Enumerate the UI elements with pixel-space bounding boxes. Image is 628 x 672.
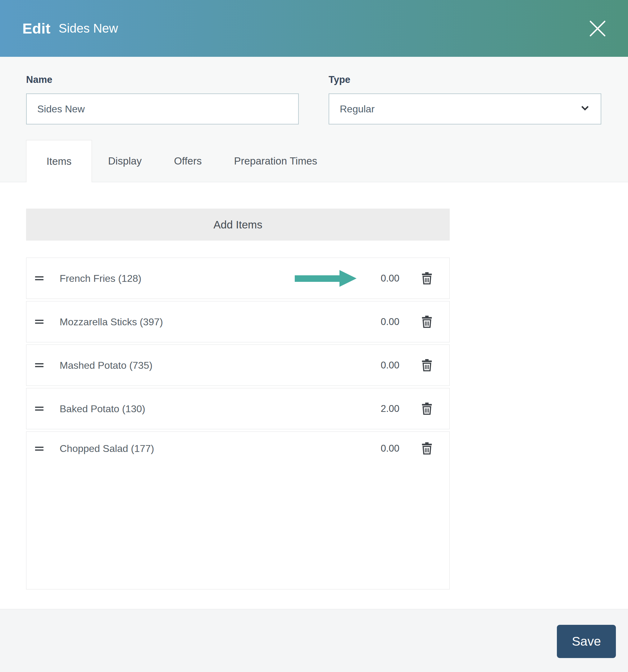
name-field-group: Name xyxy=(26,74,299,124)
tab-display[interactable]: Display xyxy=(92,140,158,182)
name-label: Name xyxy=(26,74,299,86)
item-price: 0.00 xyxy=(365,442,399,455)
drag-handle-icon[interactable] xyxy=(35,407,44,411)
close-button[interactable] xyxy=(588,19,607,39)
type-label: Type xyxy=(329,74,601,86)
trash-icon[interactable] xyxy=(422,442,432,455)
trash-icon[interactable] xyxy=(422,272,432,285)
edit-category-modal: Edit Sides New Name Type Regular xyxy=(0,0,628,672)
item-row: Baked Potato (130) 2.00 xyxy=(26,388,450,429)
form-section: Name Type Regular Items Display Offers P… xyxy=(0,57,628,182)
tab-label: Offers xyxy=(174,155,202,167)
modal-header: Edit Sides New xyxy=(0,0,628,57)
tab-items[interactable]: Items xyxy=(26,140,92,182)
item-row: Chopped Salad (177) 0.00 xyxy=(26,431,450,590)
item-label: French Fries (128) xyxy=(60,272,365,285)
modal-title-name: Sides New xyxy=(59,21,118,35)
save-button[interactable]: Save xyxy=(557,625,616,658)
modal-footer: Save xyxy=(0,609,628,672)
item-row: French Fries (128) 0.00 xyxy=(26,258,450,299)
drag-handle-icon[interactable] xyxy=(35,363,44,367)
trash-icon[interactable] xyxy=(422,403,432,415)
items-list: French Fries (128) 0.00 Mozzarella Stick… xyxy=(26,258,628,590)
drag-handle-icon[interactable] xyxy=(35,447,44,451)
drag-handle-icon[interactable] xyxy=(35,276,44,280)
form-row: Name Type Regular xyxy=(26,74,602,124)
item-price: 0.00 xyxy=(365,272,399,285)
add-items-button[interactable]: Add Items xyxy=(26,209,450,241)
chevron-down-icon xyxy=(581,103,588,111)
type-field-group: Type Regular xyxy=(329,74,601,124)
name-input[interactable] xyxy=(26,93,299,124)
trash-icon[interactable] xyxy=(422,359,432,371)
tab-label: Preparation Times xyxy=(234,155,317,167)
drag-handle-icon[interactable] xyxy=(35,320,44,324)
item-label: Baked Potato (130) xyxy=(60,403,365,415)
tab-offers[interactable]: Offers xyxy=(158,140,218,182)
close-icon xyxy=(588,19,607,38)
item-row: Mashed Potato (735) 0.00 xyxy=(26,344,450,386)
modal-title-prefix: Edit xyxy=(22,20,51,37)
item-label: Mashed Potato (735) xyxy=(60,359,365,371)
tab-preparation-times[interactable]: Preparation Times xyxy=(218,140,333,182)
items-tab-panel: Add Items French Fries (128) 0.00 Mozzar… xyxy=(0,182,628,590)
type-select[interactable]: Regular xyxy=(329,93,601,124)
item-price: 0.00 xyxy=(365,359,399,371)
item-label: Mozzarella Sticks (397) xyxy=(60,316,365,328)
trash-icon[interactable] xyxy=(422,316,432,328)
type-select-value: Regular xyxy=(340,103,375,115)
item-price: 0.00 xyxy=(365,316,399,328)
item-price: 2.00 xyxy=(365,403,399,415)
tab-label: Items xyxy=(47,155,72,167)
tab-bar: Items Display Offers Preparation Times xyxy=(26,140,602,182)
item-label: Chopped Salad (177) xyxy=(60,442,365,455)
tab-label: Display xyxy=(108,155,142,167)
item-row: Mozzarella Sticks (397) 0.00 xyxy=(26,301,450,342)
